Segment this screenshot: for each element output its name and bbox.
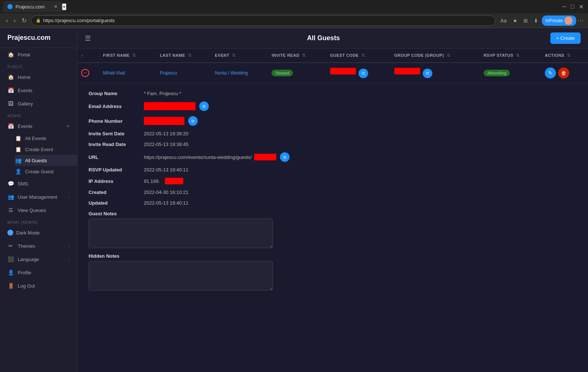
url-prefix: https://prajescu.com/events/nunta-weddin… [144,154,252,160]
sidebar-item-all-guests[interactable]: 👥 All Guests [15,155,77,166]
url-redacted [254,154,276,160]
sidebar-item-home[interactable]: 🏠 Home [0,70,77,84]
sidebar-label-admin-events: Events [18,124,32,129]
sidebar-item-logout[interactable]: 🚪 Log Out [0,279,77,292]
guest-code-copy-button[interactable]: ⧉ [359,69,368,78]
row-expand-cell[interactable]: − [77,63,99,83]
menu-button[interactable]: ⋯ [578,17,584,24]
group-name-label: Group Name [89,91,140,96]
download-button[interactable]: ⬇ [532,16,540,25]
forward-button[interactable]: › [12,16,17,25]
col-invite-read[interactable]: INVITE READ ⇅ [268,49,326,63]
close-tab-button[interactable]: ✕ [54,4,58,9]
sidebar-item-portal[interactable]: 🏠 Portal [0,48,77,61]
sidebar-item-dark-mode[interactable]: Dark Mode [0,226,77,239]
col-group-code[interactable]: GROUP CODE (GROUP) ⇅ [391,49,480,63]
tab-title: Prajescu.com [15,4,45,10]
phone-copy-button[interactable]: ⧉ [188,116,198,126]
guest-event-link[interactable]: Nunta / Wedding [215,70,248,76]
col-last-name[interactable]: LAST NAME ⇅ [156,49,211,63]
email-copy-button[interactable]: ⧉ [199,101,209,111]
sidebar-label-logout: Log Out [18,283,35,289]
sidebar-item-sms[interactable]: 💬 SMS [0,177,77,190]
guest-code-redacted [330,68,356,74]
events-submenu: 📋 All Events 📋 Create Event 👥 All Guests… [0,133,77,177]
create-event-icon: 📋 [15,146,21,152]
restore-button[interactable]: □ [569,2,576,12]
guest-last-name-link[interactable]: Prajescu [160,70,177,76]
email-row: Email Address ⧉ [89,101,577,111]
refresh-button[interactable]: ↻ [20,15,28,25]
sidebar-label-create-event: Create Event [25,147,53,152]
sidebar-label-all-guests: All Guests [25,158,47,163]
sidebar-label-home: Home [18,74,31,80]
guests-table: ↑ FIRST NAME ⇅ LAST NAME ⇅ EVENT ⇅ [77,49,588,83]
browser-toolbar: ‹ › ↻ 🔒 https://prajescu.com/portal/gues… [0,13,588,28]
sidebar-item-profile[interactable]: 👤 Profile [0,266,77,279]
reader-mode-button[interactable]: Aa [498,16,509,25]
dark-mode-toggle-icon [7,230,13,236]
create-button[interactable]: + Create [550,32,581,44]
row-collapse-button[interactable]: − [81,69,89,77]
group-code-sort-icon: ⇅ [447,53,450,58]
new-tab-button[interactable]: + [62,3,66,10]
user-management-chevron-icon: › [69,195,70,199]
invite-read-value: 2022-05-13 19:38:45 [144,142,188,147]
hidden-notes-label: Hidden Notes [89,253,577,259]
sidebar-label-language: Language [18,257,39,262]
browser-tab[interactable]: Prajescu.com ✕ [3,1,62,12]
updated-label: Updated [89,200,140,206]
themes-icon: ✏ [7,243,14,249]
row-group-code-cell: ⧉ [391,63,480,83]
profile-avatar [564,17,573,25]
col-guest-code[interactable]: GUEST CODE ⇅ [326,49,391,63]
minimize-button[interactable]: ─ [561,2,568,12]
row-rsvp-cell: Attending [480,63,541,83]
hamburger-button[interactable]: ☰ [85,34,91,42]
sidebar-item-gallery[interactable]: 🖼 Gallery [0,97,77,110]
user-management-icon: 👥 [7,194,14,200]
view-queues-icon: ☰ [7,207,14,213]
url-copy-button[interactable]: ⧉ [280,152,290,162]
row-event-cell: Nunta / Wedding [211,63,268,83]
collections-button[interactable]: ⊞ [521,16,530,25]
sidebar-item-view-queues[interactable]: ☰ View Queues [0,204,77,217]
guests-table-container: ↑ FIRST NAME ⇅ LAST NAME ⇅ EVENT ⇅ [77,49,588,83]
back-button[interactable]: ‹ [4,16,9,25]
inprivate-label: InPrivate [546,18,563,23]
hidden-notes-textarea[interactable] [89,261,273,291]
app: Prajescu.com 🏠 Portal PUBLIC 🏠 Home 📅 Ev… [0,28,588,372]
phone-input-row: ⧉ [144,116,198,126]
rsvp-updated-label: RSVP Updated [89,167,140,173]
tab-favicon [7,4,13,9]
guest-notes-textarea[interactable] [89,219,273,248]
sidebar-item-user-management[interactable]: 👥 User Management › [0,190,77,204]
edit-guest-button[interactable]: ✎ [545,67,556,79]
home-icon: 🏠 [7,74,14,80]
col-event[interactable]: EVENT ⇅ [211,49,268,63]
sidebar-item-themes[interactable]: ✏ Themes › [0,239,77,253]
sidebar-item-language[interactable]: ⬛ Language › [0,253,77,266]
sidebar-item-create-guest[interactable]: 👤 Create Guest [15,166,77,177]
sidebar-item-create-event[interactable]: 📋 Create Event [15,144,77,155]
inprivate-button[interactable]: InPrivate [542,15,576,26]
updated-row: Updated 2022-05-13 19:40:11 [89,200,577,206]
email-label: Email Address [89,104,140,109]
favorites-button[interactable]: ★ [511,16,520,25]
sidebar-item-all-events[interactable]: 📋 All Events [15,133,77,144]
delete-guest-button[interactable]: 🗑 [558,67,569,79]
sidebar-item-events-public[interactable]: 📅 Events [0,84,77,97]
guest-first-name-link[interactable]: Mihail-Vlad [103,70,125,76]
created-label: Created [89,190,140,195]
sidebar-item-admin-events[interactable]: 📅 Events ▼ [0,119,77,133]
browser-titlebar: Prajescu.com ✕ + ─ □ ✕ [0,0,588,13]
group-code-copy-button[interactable]: ⧉ [423,69,432,78]
close-window-button[interactable]: ✕ [577,2,585,12]
browser-actions: Aa ★ ⊞ ⬇ InPrivate ⋯ [498,15,584,26]
col-rsvp-status[interactable]: RSVP STATUS ⇅ [480,49,541,63]
url-bar[interactable]: 🔒 https://prajescu.com/portal/guests [31,15,495,26]
url-label: URL [89,154,140,160]
profile-icon: 👤 [7,270,14,275]
guest-notes-section: Guest Notes [89,211,577,248]
col-first-name[interactable]: FIRST NAME ⇅ [99,49,156,63]
